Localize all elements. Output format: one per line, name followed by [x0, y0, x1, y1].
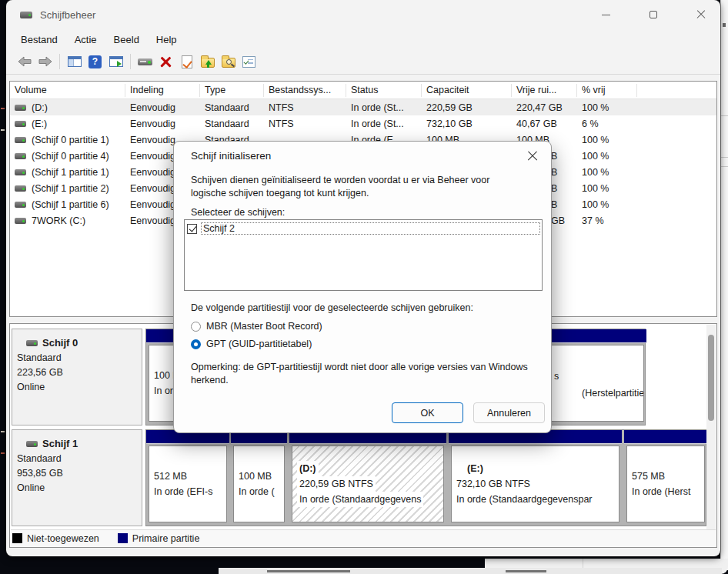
menu-item-help[interactable]: Help — [148, 32, 185, 48]
background-text-fragment — [506, 570, 546, 572]
cell-free: 40,67 GB — [512, 118, 577, 129]
menu-item-actie[interactable]: Actie — [66, 32, 105, 48]
explore-button[interactable] — [218, 52, 239, 72]
legend-unallocated-label: Niet-toegewezen — [27, 533, 99, 544]
minimize-icon — [602, 15, 610, 15]
dialog-close-button[interactable] — [526, 150, 539, 162]
column-header-volume[interactable]: Volume — [10, 84, 125, 97]
cell-status: In orde (St... — [346, 102, 422, 113]
partition-status: In orde (EFI-s — [154, 484, 226, 499]
volume-icon — [15, 137, 26, 143]
cell-pct-free: 100 % — [577, 167, 637, 178]
disk-header-schijf-0[interactable]: Schijf 0 Standaard 223,56 GB Online — [12, 329, 142, 425]
mark-partition-button[interactable] — [176, 52, 197, 72]
radio-gpt[interactable]: GPT (GUID-partitietabel) — [191, 339, 312, 349]
disk-1-partition-e[interactable]: (E:) 732,10 GB NTFS In orde (Standaardge… — [449, 430, 622, 526]
background-text-fragment — [267, 570, 350, 572]
partition-letter: (D:) — [297, 461, 319, 476]
menu-item-bestand[interactable]: Bestand — [12, 32, 66, 48]
column-header-capaciteit[interactable]: Capaciteit — [422, 84, 512, 97]
toolbar-separator — [59, 54, 60, 69]
disk-name: Schijf 0 — [42, 337, 78, 349]
volume-name: (Schijf 1 partitie 6) — [32, 199, 109, 210]
volume-name: (E:) — [32, 118, 47, 129]
forward-button[interactable] — [35, 52, 55, 72]
disk-status: Online — [17, 382, 142, 392]
ok-button[interactable]: OK — [392, 402, 463, 423]
column-header-type[interactable]: Type — [200, 84, 264, 97]
dialog-note: Opmerking: de GPT-partitiestijl wordt ni… — [191, 361, 528, 387]
partition-style-label: De volgende partitiestijl voor de gesele… — [191, 302, 473, 313]
volume-icon — [15, 121, 26, 127]
partition-status: In orde (Standaardgegevens — [297, 492, 423, 507]
column-header-vrije-ruimte[interactable]: Vrije rui... — [512, 84, 577, 97]
volume-row-d[interactable]: (D:) Eenvoudig Standaard NTFS In orde (S… — [10, 99, 716, 115]
document-check-icon — [182, 55, 192, 68]
disk-1-partition-d-selected[interactable]: (D:) 220,59 GB NTFS In orde (Standaardge… — [289, 430, 446, 526]
disk-checkbox-checked[interactable] — [187, 224, 197, 234]
disk-size: 223,56 GB — [17, 367, 142, 378]
cell-type: Standaard — [200, 118, 264, 129]
caption-buttons — [599, 0, 708, 29]
partition-size: 220,59 GB NTFS — [297, 476, 376, 492]
rescan-disks-button[interactable] — [135, 52, 155, 72]
toolbar — [6, 49, 720, 75]
background-window-line — [721, 166, 728, 167]
folder-search-icon — [222, 58, 235, 68]
select-disks-label: Selecteer de schijven: — [191, 207, 285, 218]
volume-icon — [15, 202, 26, 208]
open-button[interactable] — [197, 52, 218, 72]
volume-row-e[interactable]: (E:) Eenvoudig Standaard NTFS In orde (S… — [10, 115, 716, 132]
volume-table-header: Volume Indeling Type Bestandssys... Stat… — [10, 82, 716, 99]
cell-pct-free: 100 % — [577, 135, 637, 145]
volume-icon — [15, 153, 26, 159]
legend-unallocated-swatch — [12, 533, 22, 543]
magnifier-icon — [226, 59, 232, 65]
maximize-icon — [650, 11, 657, 18]
volume-icon — [15, 185, 26, 192]
toolbar-separator — [130, 54, 131, 69]
disk-list-item-schijf-2[interactable]: Schijf 2 — [187, 222, 539, 235]
menu-item-beeld[interactable]: Beeld — [105, 32, 148, 48]
disk-select-list: Schijf 2 — [184, 219, 543, 291]
partition-status-fragment: (Herstelpartitie) — [582, 385, 644, 401]
properties-button[interactable] — [239, 52, 259, 72]
cell-pct-free: 100 % — [577, 183, 637, 194]
partition-size: 732,10 GB NTFS — [456, 476, 619, 492]
maximize-button[interactable] — [646, 8, 660, 22]
primary-partition-bar — [624, 430, 707, 444]
checklist-icon — [242, 56, 255, 68]
dialog-title: Schijf initialiseren — [191, 150, 271, 162]
disk-1-partition-2[interactable]: 100 MB In orde ( — [231, 430, 287, 526]
disk-icon — [26, 340, 38, 346]
column-header-status[interactable]: Status — [346, 84, 422, 97]
disk-kind: Standaard — [17, 352, 142, 363]
column-header-pct-vrij[interactable]: % vrij — [577, 84, 637, 97]
delete-cross-icon — [160, 56, 172, 68]
cancel-button[interactable]: Annuleren — [473, 402, 545, 423]
scrollbar-thumb[interactable] — [708, 335, 714, 421]
column-header-bestandssysteem[interactable]: Bestandssys... — [264, 84, 346, 97]
disk-1-partition-strip: 512 MB In orde (EFI-s 100 MB In orde ( (… — [145, 429, 706, 526]
cell-capacity: 220,59 GB — [422, 102, 512, 113]
action-pane-button[interactable] — [105, 52, 126, 72]
console-tree-button[interactable] — [64, 52, 85, 72]
disk-1-recovery-partition[interactable]: 575 MB In orde (Herst — [624, 430, 707, 526]
disk-header-schijf-1[interactable]: Schijf 1 Standaard 953,85 GB Online — [12, 429, 142, 526]
partition-size: 575 MB — [632, 469, 704, 484]
vertical-scrollbar[interactable] — [706, 325, 716, 529]
dialog-body-line2: logische schijven toegang tot kunt krijg… — [191, 187, 489, 200]
partition-status: In orde (Standaardgegevenspar — [456, 492, 619, 507]
close-button[interactable] — [694, 8, 708, 22]
disk-1-efi-partition[interactable]: 512 MB In orde (EFI-s — [146, 430, 229, 526]
delete-volume-button[interactable] — [155, 52, 176, 72]
column-header-indeling[interactable]: Indeling — [125, 84, 200, 97]
disk-item-label: Schijf 2 — [202, 223, 539, 234]
radio-mbr[interactable]: MBR (Master Boot Record) — [191, 321, 322, 332]
minimize-button[interactable] — [599, 8, 613, 22]
disk-management-app-icon — [20, 12, 32, 18]
back-button[interactable] — [14, 52, 35, 72]
volume-name: (Schijf 0 partitie 1) — [32, 135, 109, 145]
help-button[interactable] — [85, 52, 105, 72]
disk-name: Schijf 1 — [42, 438, 78, 449]
